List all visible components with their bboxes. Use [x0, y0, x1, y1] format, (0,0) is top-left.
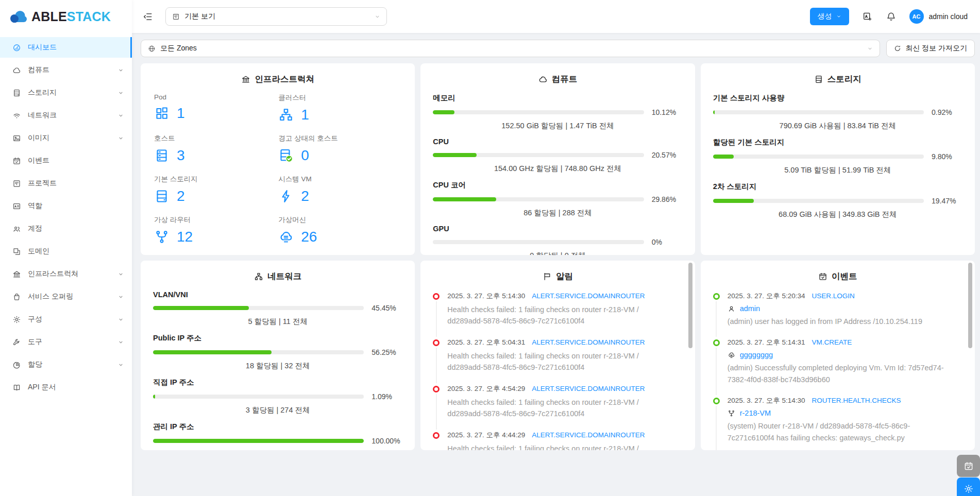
- user-menu[interactable]: AC admin cloud: [909, 9, 968, 24]
- reload-icon: [894, 45, 901, 52]
- progress-bar: [153, 395, 364, 399]
- sidebar-item-projects[interactable]: 프로젝트: [0, 173, 132, 194]
- alert-dot: [433, 432, 440, 439]
- usage-meter: Public IP 주소 56.25% 18 할당됨 | 32 전체: [153, 333, 402, 371]
- sidebar-item-events[interactable]: 이벤트: [0, 150, 132, 171]
- notifications-bell-icon[interactable]: [886, 11, 897, 22]
- sidebar-item-compute[interactable]: 컴퓨트: [0, 60, 132, 80]
- alert-time: 2025. 3. 27. 오후 5:14:30: [447, 292, 525, 301]
- event-type-link[interactable]: VM.CREATE: [812, 338, 852, 346]
- event-dot: [713, 339, 720, 346]
- menu-fold-icon[interactable]: [142, 11, 153, 22]
- thunder-icon: [278, 189, 294, 204]
- sidebar-item-domains[interactable]: 도메인: [0, 241, 132, 262]
- infra-stat-virtual-routers[interactable]: 12: [154, 229, 193, 245]
- sidebar-item-api-docs[interactable]: API 문서: [0, 377, 132, 398]
- infra-stat: 가상 라우터 12: [154, 215, 278, 245]
- usage-meter: GPU 0% 0 할당됨 | 0 전체: [433, 225, 682, 255]
- alert-type-link[interactable]: ALERT.SERVICE.DOMAINROUTER: [532, 385, 645, 392]
- card-events: 이벤트 2025. 3. 27. 오후 5:20:34 USER.LOGIN a…: [701, 261, 975, 450]
- sidebar-item-storage[interactable]: 스토리지: [0, 82, 132, 103]
- storage-meters: 기본 스토리지 사용량 0.92% 790.69 GiB 사용됨 | 83.84…: [713, 93, 962, 219]
- event-time: 2025. 3. 27. 오후 5:20:34: [728, 292, 805, 301]
- database-icon: [154, 148, 170, 163]
- hdd-icon: [12, 89, 21, 97]
- infra-stat: 경고 상태의 호스트 0: [278, 134, 402, 163]
- sidebar-item-configuration[interactable]: 구성: [0, 309, 132, 330]
- event-resource-link[interactable]: admin: [740, 304, 761, 313]
- settings-button[interactable]: [957, 477, 980, 496]
- infra-stat-label: Pod: [154, 93, 278, 101]
- sidebar-item-dashboard[interactable]: 대시보드: [0, 37, 132, 58]
- sidebar-item-label: 인프라스트럭쳐: [28, 269, 78, 279]
- progress-bar-fill: [153, 306, 249, 310]
- card-infrastructure-title: 인프라스트럭쳐: [153, 74, 402, 85]
- main-area: 기본 보기 생성 AC admin cloud: [132, 0, 980, 496]
- card-storage-title: 스토리지: [713, 74, 962, 85]
- sidebar-item-network[interactable]: 네트워크: [0, 105, 132, 126]
- meter-percent: 9.80%: [932, 152, 962, 161]
- scrollbar-thumb[interactable]: [688, 263, 692, 348]
- scrollbar-thumb[interactable]: [968, 263, 972, 348]
- infra-stat-clusters[interactable]: 1: [278, 107, 309, 123]
- refresh-button[interactable]: 최신 정보 가져오기: [886, 40, 975, 57]
- sidebar-item-label: 컴퓨트: [28, 65, 49, 75]
- infra-stat-primary-storage[interactable]: 2: [154, 189, 185, 204]
- alert-dot: [433, 386, 440, 392]
- alert-type-link[interactable]: ALERT.SERVICE.DOMAINROUTER: [532, 292, 645, 300]
- view-mode-value: 기본 보기: [184, 12, 215, 21]
- sidebar-item-tools[interactable]: 도구: [0, 332, 132, 352]
- progress-bar-fill: [153, 350, 272, 354]
- meter-percent: 10.12%: [652, 108, 683, 116]
- progress-bar-fill: [153, 439, 364, 443]
- alert-type-link[interactable]: ALERT.SERVICE.DOMAINROUTER: [532, 431, 645, 439]
- sidebar-item-images[interactable]: 이미지: [0, 128, 132, 148]
- alert-type-link[interactable]: ALERT.SERVICE.DOMAINROUTER: [532, 338, 645, 346]
- calendar-icon: [12, 157, 21, 165]
- progress-bar: [153, 350, 364, 354]
- sidebar-item-accounts[interactable]: 계정: [0, 218, 132, 239]
- infra-stat-hosts[interactable]: 3: [154, 148, 185, 163]
- pie-icon: [12, 361, 21, 369]
- hdd-icon: [814, 75, 823, 84]
- event-resource-link[interactable]: r-218-VM: [740, 409, 771, 417]
- event-type-link[interactable]: USER.LOGIN: [812, 292, 855, 300]
- compute-meters: 메모리 10.12% 152.50 GiB 할당됨 | 1.47 TiB 전체 …: [433, 93, 682, 255]
- sidebar-item-label: 도구: [28, 337, 42, 347]
- sidebar-item-roles[interactable]: 역할: [0, 196, 132, 216]
- infra-stat: 가상머신 26: [278, 215, 402, 245]
- event-dot: [713, 293, 720, 300]
- recent-events-button[interactable]: [957, 455, 980, 477]
- locale-translate-icon[interactable]: [862, 11, 873, 22]
- progress-bar: [433, 240, 644, 244]
- sidebar-item-label: 구성: [28, 315, 42, 324]
- sidebar-item-label: 이벤트: [28, 156, 49, 165]
- sidebar-item-label: 계정: [28, 224, 42, 233]
- meter-caption: 5.09 TiB 할당됨 | 51.99 TiB 전체: [713, 165, 962, 175]
- brand-logo[interactable]: ABLESTACK: [0, 0, 132, 33]
- create-button[interactable]: 생성: [810, 8, 849, 25]
- meter-label: CPU 코어: [433, 180, 682, 190]
- view-mode-select[interactable]: 기본 보기: [165, 7, 387, 26]
- infra-stat-alert-hosts[interactable]: 0: [278, 148, 309, 163]
- event-item: 2025. 3. 27. 오후 5:14:31 VM.CREATE gggggg…: [713, 338, 962, 385]
- project-icon: [172, 13, 180, 21]
- event-resource-link[interactable]: gggggggg: [740, 351, 773, 359]
- zone-select[interactable]: 모든 Zones: [141, 40, 880, 57]
- sidebar-item-infrastructure[interactable]: 인프라스트럭쳐: [0, 264, 132, 284]
- sidebar-item-quota[interactable]: 할당: [0, 354, 132, 375]
- chevron-down-icon: [118, 317, 124, 322]
- progress-bar-fill: [713, 155, 734, 159]
- card-events-title: 이벤트: [713, 271, 962, 282]
- chevron-down-icon: [118, 135, 124, 141]
- infra-stat-pods[interactable]: 1: [154, 106, 185, 121]
- chevron-down-icon: [118, 271, 124, 277]
- sidebar-item-service-offerings[interactable]: 서비스 오퍼링: [0, 286, 132, 307]
- event-type-link[interactable]: ROUTER.HEALTH.CHECKS: [812, 397, 901, 404]
- alert-item: 2025. 3. 27. 오후 5:14:30 ALERT.SERVICE.DO…: [433, 292, 682, 327]
- fork-icon: [728, 409, 735, 417]
- infra-stat-system-vms[interactable]: 2: [278, 189, 309, 204]
- infra-stat-virtual-machines[interactable]: 26: [278, 229, 317, 245]
- calendar-check-icon: [818, 272, 827, 281]
- bank-icon: [12, 270, 21, 279]
